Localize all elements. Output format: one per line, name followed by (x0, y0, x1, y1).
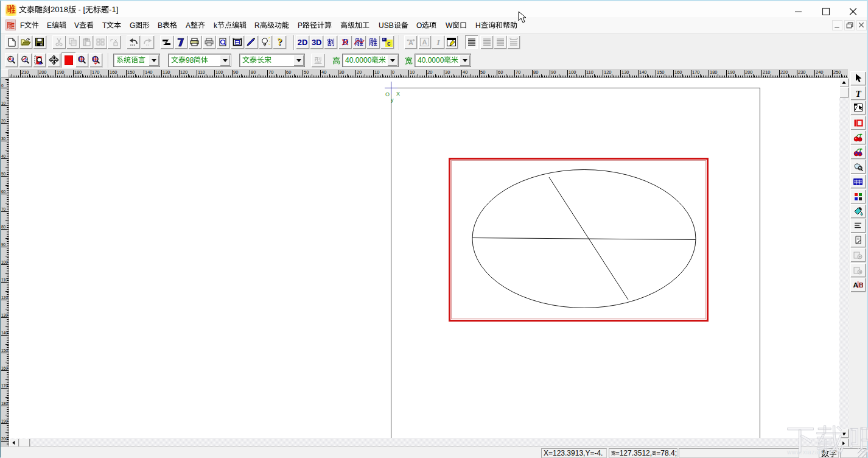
svg-text:190: 190 (727, 69, 735, 75)
svg-text:10: 10 (374, 69, 379, 75)
svg-text:100: 100 (569, 69, 576, 75)
svg-text:160: 160 (110, 69, 117, 75)
svg-text:90: 90 (1, 242, 6, 247)
svg-text:c: c (387, 40, 391, 47)
svg-text:90: 90 (233, 69, 238, 75)
svg-text:210: 210 (763, 69, 771, 75)
svg-text:20: 20 (1, 119, 6, 123)
svg-text:0: 0 (392, 69, 394, 75)
svg-text:180: 180 (1, 401, 8, 406)
svg-text:170: 170 (692, 69, 700, 75)
svg-text:40: 40 (1, 154, 6, 158)
svg-text:70: 70 (516, 69, 520, 75)
svg-text:O: O (385, 91, 390, 97)
svg-text:100: 100 (215, 69, 223, 75)
svg-text:170: 170 (1, 384, 8, 388)
svg-text:y: y (391, 97, 394, 103)
svg-text:A: A (853, 281, 858, 289)
svg-text:100: 100 (1, 260, 8, 264)
svg-text:140: 140 (639, 69, 647, 75)
svg-text:30: 30 (1, 136, 6, 141)
svg-text:20: 20 (427, 69, 432, 75)
svg-text:50: 50 (1, 172, 6, 176)
svg-text:70: 70 (268, 69, 273, 75)
svg-text:I: I (436, 38, 440, 46)
svg-text:150: 150 (1, 348, 8, 353)
svg-text:60: 60 (1, 189, 6, 194)
svg-text:130: 130 (621, 69, 629, 75)
svg-text:80: 80 (1, 225, 6, 229)
svg-text:160: 160 (674, 69, 682, 75)
svg-text:20: 20 (357, 69, 362, 75)
svg-text:110: 110 (1, 278, 8, 282)
svg-text:180: 180 (74, 69, 82, 75)
svg-text:120: 120 (604, 69, 612, 75)
svg-text:210: 210 (21, 69, 29, 75)
svg-text:80: 80 (533, 69, 538, 75)
svg-text:110: 110 (586, 69, 593, 75)
svg-text:A: A (422, 38, 427, 46)
svg-text:2: 2 (24, 58, 27, 62)
svg-text:130: 130 (1, 313, 8, 317)
svg-text:30: 30 (445, 69, 450, 75)
svg-text:150: 150 (127, 69, 135, 75)
svg-text:230: 230 (798, 69, 806, 75)
svg-text:140: 140 (1, 331, 8, 335)
svg-text:70: 70 (1, 207, 6, 211)
svg-text:190: 190 (1, 419, 8, 423)
svg-text:190: 190 (57, 69, 65, 75)
svg-text:220: 220 (780, 69, 788, 75)
svg-text:50: 50 (480, 69, 485, 75)
svg-text:120: 120 (180, 69, 188, 75)
svg-text:160: 160 (1, 366, 8, 370)
svg-text:30: 30 (339, 69, 344, 75)
svg-text:120: 120 (1, 295, 8, 300)
svg-text:50: 50 (304, 69, 309, 75)
svg-text:130: 130 (163, 69, 170, 75)
svg-text:0: 0 (1, 83, 4, 88)
svg-text:10: 10 (1, 101, 6, 105)
svg-text:X: X (396, 91, 400, 97)
svg-text:170: 170 (92, 69, 100, 75)
svg-text:60: 60 (286, 69, 291, 75)
svg-text:140: 140 (145, 69, 153, 75)
svg-text:60: 60 (498, 69, 503, 75)
svg-text:10: 10 (410, 69, 415, 75)
svg-text:40: 40 (463, 69, 467, 75)
svg-text:250: 250 (833, 69, 841, 75)
svg-text:90: 90 (551, 69, 556, 75)
svg-text:200: 200 (39, 69, 47, 75)
svg-text:200: 200 (1, 437, 8, 441)
svg-text:110: 110 (198, 69, 205, 75)
svg-text:180: 180 (710, 69, 718, 75)
svg-text:B: B (859, 281, 863, 289)
svg-text:80: 80 (251, 69, 256, 75)
svg-text:2: 2 (12, 57, 14, 62)
svg-text:150: 150 (657, 69, 665, 75)
svg-text:200: 200 (745, 69, 753, 75)
svg-text:?: ? (277, 37, 282, 47)
svg-text:240: 240 (816, 69, 824, 75)
svg-text:40: 40 (321, 69, 326, 75)
svg-text:T: T (855, 89, 861, 97)
